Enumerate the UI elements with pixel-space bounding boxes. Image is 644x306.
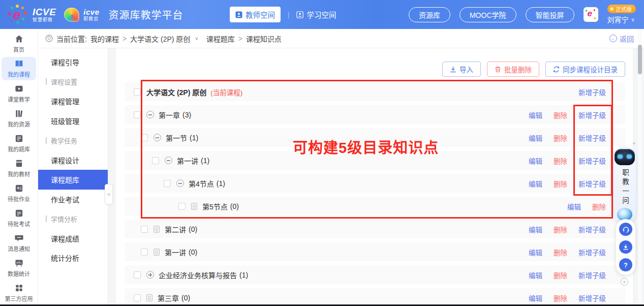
sidebar-item-statistical-analysis[interactable]: 统计分析 (38, 248, 108, 268)
row-checkbox[interactable] (152, 157, 159, 164)
sidebar-item-class-management[interactable]: 班级管理 (38, 111, 108, 131)
current-course-tag: (当前课程) (210, 87, 242, 97)
smart-cast-button[interactable]: 智能投屏 (526, 7, 574, 22)
row-checkbox[interactable] (134, 111, 141, 118)
collapse-minus-icon[interactable] (154, 134, 161, 141)
rail-item-my-resources[interactable]: 我的资源 (2, 107, 36, 130)
batch-delete-button[interactable]: 批量删除 (487, 62, 539, 77)
row-checkbox[interactable] (164, 180, 171, 187)
rail-item-data-stats[interactable]: 数据统计 (2, 256, 36, 280)
rail-item-third-party-apps[interactable]: 第三方应用 (2, 281, 36, 304)
customer-service-button[interactable] (619, 223, 632, 236)
edit-link[interactable]: 编辑 (529, 224, 542, 234)
edit-link[interactable]: 编辑 (529, 110, 542, 120)
scrollbar-thumb[interactable] (638, 45, 642, 74)
assistant-widget[interactable]: ✦ 职教一问 (612, 140, 637, 224)
row-checkbox[interactable] (134, 294, 141, 301)
learning-space-icon (296, 11, 303, 18)
import-button[interactable]: 导入 (442, 62, 481, 77)
edit-link[interactable]: 编辑 (529, 178, 542, 189)
sidebar-item-homework-exams[interactable]: 作业考试 (38, 190, 108, 209)
rail-item-pending-homework[interactable]: 待批作业 (2, 181, 36, 205)
edit-link[interactable]: 编辑 (529, 156, 542, 166)
delete-link[interactable]: 删除 (554, 270, 567, 280)
rail-item-textbook[interactable]: 我的教材 (2, 157, 36, 180)
document-icon (191, 203, 197, 210)
back-arrow-icon: ← (609, 35, 617, 42)
edit-link[interactable]: 编辑 (529, 247, 542, 257)
version-badge: 正式版 (607, 5, 636, 13)
add-child-link[interactable]: 新增子级 (578, 224, 606, 234)
breadcrumb-question-bank[interactable]: 课程题库 (206, 34, 235, 44)
node-label: 第5节点 (202, 201, 228, 211)
delete-link[interactable]: 删除 (554, 247, 567, 257)
delete-link[interactable]: 删除 (554, 293, 567, 303)
delete-link[interactable]: 删除 (592, 201, 606, 211)
rail-item-my-courses[interactable]: 我的课程 (2, 57, 36, 80)
sidebar-item-course-design[interactable]: 课程设计 (38, 150, 108, 170)
back-button[interactable]: ← 返回 (609, 34, 634, 44)
close-widget-icon[interactable]: × (621, 278, 628, 286)
textbook-icon (14, 159, 24, 168)
sidebar-section-course-settings: 课程设置 (38, 72, 108, 92)
row-checkbox[interactable] (134, 88, 141, 96)
rail-item-classroom[interactable]: 课堂教学 (2, 82, 36, 105)
add-child-link[interactable]: 新增子级 (578, 178, 606, 189)
edit-link[interactable]: 编辑 (567, 201, 581, 211)
breadcrumb-course-name[interactable]: 大学语文 (2P) 原创 (130, 34, 190, 44)
row-checkbox[interactable] (141, 249, 148, 256)
user-menu[interactable]: 正式版 刘宵宁 ∨ (607, 5, 636, 24)
row-checkbox[interactable] (141, 134, 148, 141)
delete-link[interactable]: 删除 (554, 156, 567, 166)
learning-space-button[interactable]: 学习空间 (296, 9, 336, 20)
sidebar-item-course-guide[interactable]: 课程引导 (38, 52, 108, 72)
add-child-link[interactable]: 新增子级 (578, 156, 606, 166)
sidebar-item-course-management[interactable]: 课程管理 (38, 91, 108, 111)
node-count: (3) (182, 111, 191, 119)
add-child-link[interactable]: 新增子级 (578, 87, 606, 97)
row-checkbox[interactable] (178, 203, 186, 210)
headset-icon (622, 226, 630, 233)
add-child-link[interactable]: 新增子级 (578, 133, 606, 143)
collapse-minus-icon[interactable] (165, 157, 172, 164)
mooc-college-button[interactable]: MOOC学院 (459, 7, 516, 22)
expand-plus-icon[interactable] (146, 271, 154, 279)
course-sidebar: 课程引导 课程设置 课程管理 班级管理 教学任务 课程设计 课程题库 作业考试 … (38, 48, 108, 306)
resource-library-button[interactable]: 资源库 (409, 7, 450, 22)
breadcrumb-my-courses[interactable]: 我的课程 (90, 34, 119, 44)
add-child-link[interactable]: 新增子级 (578, 247, 606, 257)
delete-link[interactable]: 删除 (554, 110, 567, 120)
help-button[interactable]: ? (619, 258, 632, 271)
my-courses-icon (14, 59, 24, 69)
delete-link[interactable]: 删除 (554, 224, 567, 234)
add-child-link[interactable]: 新增子级 (578, 110, 606, 120)
rail-item-pending-exams[interactable]: 待批考试 (2, 206, 36, 230)
rail-item-home[interactable]: 首页 (2, 32, 36, 55)
download-button[interactable] (619, 240, 632, 254)
icve-mini-logo[interactable]: e (584, 7, 598, 22)
sidebar-item-course-grades[interactable]: 课程成绩 (38, 229, 108, 249)
rail-item-question-bank[interactable]: 我的题库 (2, 132, 36, 155)
location-pin-icon (45, 35, 53, 42)
delete-link[interactable]: 删除 (554, 133, 567, 143)
node-label: 大学语文 (2P) 原创 (146, 87, 206, 97)
edit-link[interactable]: 编辑 (529, 270, 542, 280)
row-checkbox[interactable] (134, 271, 141, 279)
rail-item-notifications[interactable]: 消息通知 (2, 231, 36, 255)
sidebar-item-course-question-bank[interactable]: 课程题库 (38, 170, 108, 190)
edit-link[interactable]: 编辑 (529, 133, 542, 143)
course-dropdown-caret-icon[interactable]: ∨ (195, 36, 198, 41)
teacher-space-icon (235, 11, 242, 18)
collapse-minus-icon[interactable] (176, 179, 184, 187)
tree-row: 第5节点 (0) 编辑 删除 (125, 197, 625, 216)
sync-course-design-button[interactable]: 同步课程设计目录 (545, 62, 625, 77)
teacher-space-button[interactable]: 教师空间 (230, 7, 281, 22)
edit-link[interactable]: 编辑 (529, 293, 542, 303)
row-checkbox[interactable] (141, 226, 148, 233)
add-child-link[interactable]: 新增子级 (578, 293, 606, 303)
collapse-minus-icon[interactable] (146, 111, 154, 118)
add-child-link[interactable]: 新增子级 (578, 270, 606, 280)
delete-link[interactable]: 删除 (554, 178, 567, 189)
sidebar-collapse-handle[interactable]: « (105, 184, 113, 204)
message-icon (14, 233, 24, 243)
